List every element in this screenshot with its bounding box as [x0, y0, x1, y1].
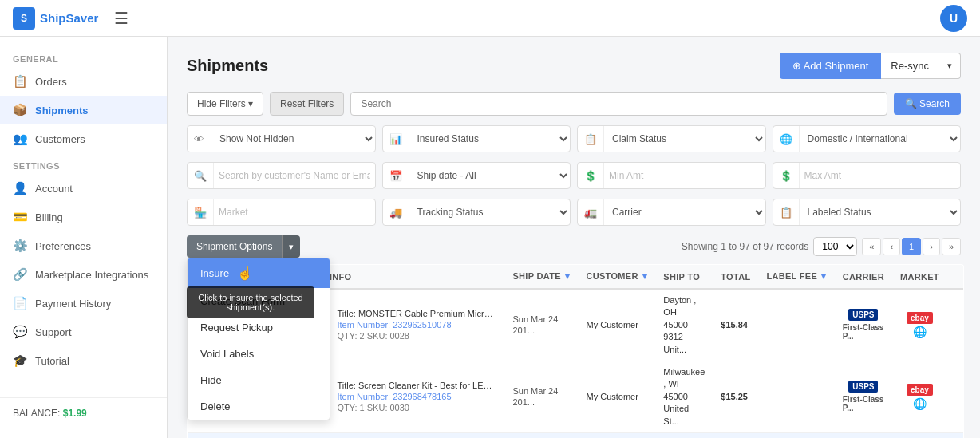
page-title: Shipments [187, 57, 268, 75]
resync-arrow-button[interactable]: ▾ [939, 53, 961, 79]
reset-filters-button[interactable]: Reset Filters [270, 92, 344, 116]
sidebar-item-support[interactable]: 💬 Support [0, 318, 167, 346]
insure-tooltip: Click to insure the selected shipment(s)… [187, 286, 314, 318]
col-ship-to[interactable]: SHIP TO [655, 265, 713, 290]
pickup-label: Request Pickup [200, 322, 273, 333]
page-first[interactable]: « [862, 238, 881, 255]
avatar[interactable]: U [940, 5, 967, 32]
item-number: Item Number: 232968478165 [337, 392, 496, 401]
filter-domestic-select[interactable]: Domestic / International [800, 126, 961, 152]
sidebar-item-label: Shipments [35, 105, 88, 116]
logo-text: ShipSaver [40, 11, 98, 25]
main-content: Shipments ⊕ Add Shipment Re-sync ▾ Hide … [168, 37, 980, 438]
col-ship-date[interactable]: SHIP DATE ▾ [504, 265, 578, 290]
filter-labeled: 📋 Labeled Status [773, 199, 962, 226]
table-toolbar: Shipment Options ▾ Insure ☝ Create Scan … [187, 235, 961, 258]
menu-item-hide[interactable]: Hide [188, 367, 330, 393]
account-icon: 👤 [13, 181, 27, 195]
chart-icon: 📊 [383, 126, 409, 152]
shipments-icon: 📦 [13, 103, 27, 117]
min-amt-input[interactable] [604, 163, 765, 188]
row-label-fee [758, 432, 834, 438]
filter-market: 🏪 [187, 199, 376, 226]
shipment-options-arrow[interactable]: ▾ [282, 235, 300, 258]
filter-claim: 📋 Claim Status [577, 125, 766, 152]
balance-value: $1.99 [63, 408, 87, 419]
menu-item-delete[interactable]: Delete [188, 393, 330, 420]
dollar-icon: 💲 [578, 163, 604, 188]
filter-carrier-select[interactable]: Carrier [604, 199, 765, 225]
row-order: 94001096999... Order(s) Inf... Shipment … [214, 432, 290, 438]
preferences-icon: ⚙️ [13, 239, 27, 253]
sidebar-item-tutorial[interactable]: 🎓 Tutorial [0, 346, 167, 375]
sidebar-item-customers[interactable]: 👥 Customers [0, 124, 167, 153]
page-1[interactable]: 1 [902, 238, 921, 255]
page-nav: « ‹ 1 › » [862, 238, 961, 255]
menu-item-void[interactable]: Void Labels [188, 341, 330, 367]
dropdown-wrapper: Shipment Options ▾ [187, 235, 300, 258]
row-carrier: USPS First-Class P... [835, 289, 892, 361]
market-icon: 🏪 [188, 199, 214, 225]
sidebar-item-label: Orders [35, 76, 67, 88]
page-prev[interactable]: ‹ [883, 238, 900, 255]
filter-max-amt: 💲 [773, 162, 962, 189]
sidebar-item-payment-history[interactable]: 📄 Payment History [0, 289, 167, 318]
label-icon: 📋 [773, 199, 800, 225]
col-carrier[interactable]: CARRIER [835, 265, 892, 290]
filter-claim-select[interactable]: Claim Status [604, 126, 765, 152]
col-customer[interactable]: CUSTOMER ▾ [579, 265, 656, 290]
col-label-fee[interactable]: LABEL FEE ▾ [758, 265, 834, 290]
customer-search-input[interactable] [214, 163, 375, 188]
sidebar-item-preferences[interactable]: ⚙️ Preferences [0, 231, 167, 260]
col-total[interactable]: TOTAL [713, 265, 758, 290]
shipment-options-button[interactable]: Shipment Options [187, 235, 282, 258]
sidebar-item-billing[interactable]: 💳 Billing [0, 203, 167, 231]
menu-item-insure[interactable]: Insure ☝ [188, 258, 330, 288]
logo: S ShipSaver [13, 7, 98, 30]
row-customer: My Customer [579, 289, 656, 361]
topnav: S ShipSaver ☰ U [0, 0, 980, 37]
sidebar-balance: BALANCE: $1.99 [0, 397, 167, 428]
hamburger-icon[interactable]: ☰ [114, 9, 128, 28]
cursor-icon: ☝ [237, 266, 253, 281]
item-qty: QTY: 2 SKU: 0028 [337, 331, 496, 341]
filter-shipdate-select[interactable]: Ship date - All [409, 163, 571, 188]
billing-icon: 💳 [13, 210, 27, 224]
sidebar-item-marketplace[interactable]: 🔗 Marketplace Integrations [0, 260, 167, 289]
filter-insured-select[interactable]: Insured Status [409, 126, 571, 152]
row-customer: My Customer [579, 361, 656, 432]
sidebar-item-label: Support [35, 326, 72, 338]
filter-labeled-select[interactable]: Labeled Status [800, 199, 961, 225]
row-ship-date: Sun Mar 24 201... [504, 289, 578, 361]
filter-hidden-select[interactable]: Show Not Hidden [211, 126, 375, 152]
market-input[interactable] [214, 199, 375, 225]
row-ship-to: Dayton , OH45000-9312 Unit... [655, 289, 713, 361]
sidebar-item-account[interactable]: 👤 Account [0, 174, 167, 203]
sidebar-item-orders[interactable]: 📋 Orders [0, 67, 167, 96]
search-input[interactable] [350, 92, 887, 116]
hide-filters-button[interactable]: Hide Filters ▾ [187, 92, 263, 116]
showing-info: Showing 1 to 97 of 97 records 100 50 25 … [682, 237, 961, 256]
carrier-icon: 🚛 [578, 199, 604, 225]
per-page-select[interactable]: 100 50 25 [813, 237, 857, 256]
item-title: Title: MONSTER Cable Premium Micro USB C… [337, 309, 496, 318]
filter-tracking-select[interactable]: Tracking Status [409, 199, 571, 225]
page-last[interactable]: » [942, 238, 961, 255]
orders-icon: 📋 [13, 74, 27, 89]
item-info: Title: Screen Cleaner Kit - Best for LED… [337, 381, 496, 412]
sidebar-item-shipments[interactable]: 📦 Shipments [0, 96, 167, 124]
page-next[interactable]: › [923, 238, 940, 255]
sidebar-item-label: Tutorial [35, 355, 69, 367]
search-button[interactable]: 🔍 Search [894, 93, 961, 115]
max-amt-input[interactable] [800, 163, 961, 188]
sidebar-item-label: Marketplace Integrations [35, 269, 148, 281]
row-carrier: USPS First-Class P... [835, 361, 892, 432]
resync-button[interactable]: Re-sync [881, 53, 939, 79]
filter-domestic: 🌐 Domestic / International [773, 125, 962, 152]
shipment-options-menu: Insure ☝ Create Scan Form Request Pickup… [187, 258, 330, 420]
col-market[interactable]: MARKET [892, 265, 947, 290]
add-shipment-button[interactable]: ⊕ Add Shipment [780, 53, 882, 79]
eye-icon: 👁 [188, 126, 211, 152]
row-checkbox[interactable] [188, 432, 215, 438]
filters-bar: Hide Filters ▾ Reset Filters 🔍 Search [187, 92, 961, 116]
